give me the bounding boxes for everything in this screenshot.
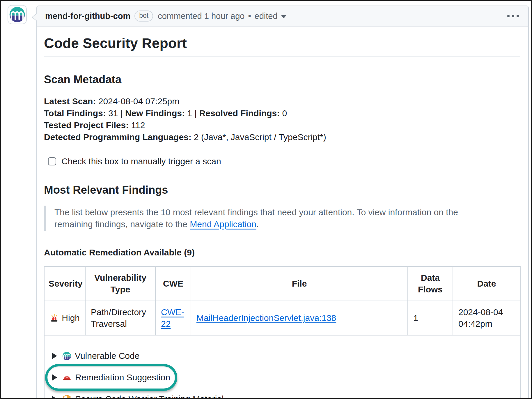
auto-remediation-heading: Automatic Remediation Available (9) — [44, 248, 520, 257]
languages-line: Detected Programming Languages: 2 (Java*… — [44, 131, 520, 143]
avatar[interactable] — [8, 5, 27, 24]
summary-label: Vulnerable Code — [75, 350, 139, 362]
cwe-link[interactable]: CWE-22 — [161, 307, 184, 329]
disclosure-triangle-icon — [52, 396, 57, 399]
caret-down-icon — [281, 15, 286, 18]
findings-note: The list below presents the 10 most rele… — [44, 206, 507, 231]
scan-metadata: Latest Scan: 2024-08-04 07:25pm Total Fi… — [44, 95, 520, 143]
mend-logo-icon — [9, 6, 25, 23]
rescue-helmet-icon — [62, 373, 72, 382]
col-vulnerability-type: Vulnerability Type — [85, 266, 155, 301]
manual-scan-checkbox[interactable] — [48, 157, 56, 165]
col-cwe: CWE — [155, 266, 191, 301]
bot-badge: bot — [134, 10, 153, 21]
summary-label: Remediation Suggestion — [75, 372, 170, 383]
comment-author[interactable]: mend-for-github-com — [45, 11, 130, 21]
data-flows-cell: 1 — [408, 301, 453, 335]
col-file: File — [191, 266, 408, 301]
vulnerable-code-summary[interactable]: Vulnerable Code — [50, 347, 139, 365]
scan-metadata-heading: Scan Metadata — [44, 73, 520, 86]
summary-label: Secure Code Warrior Training Material — [75, 393, 224, 399]
findings-counts-line: Total Findings: 31 | New Findings: 1 | R… — [44, 107, 520, 119]
manual-scan-label: Check this box to manually trigger a sca… — [61, 156, 221, 166]
severity-cell: High — [50, 312, 80, 324]
vulnerability-type-cell: Path/Directory Traversal — [85, 301, 155, 335]
date-cell: 2024-08-04 04:42pm — [453, 301, 520, 335]
col-date: Date — [453, 266, 520, 301]
mend-logo-icon — [62, 352, 71, 361]
kebab-menu-icon[interactable] — [507, 12, 519, 20]
mend-application-link[interactable]: Mend Application — [190, 219, 256, 229]
finding-row: High Path/Directory Traversal CWE-22 Mai… — [44, 301, 520, 335]
comment-timestamp[interactable]: commented 1 hour ago — [158, 11, 244, 21]
col-data-flows: Data Flows — [408, 266, 453, 301]
comment-card: mend-for-github-com bot commented 1 hour… — [36, 6, 529, 399]
tested-files-line: Tested Project Files: 112 — [44, 119, 520, 131]
shield-icon — [62, 394, 72, 399]
page-title: Code Security Report — [44, 35, 520, 57]
edited-dropdown[interactable]: edited — [255, 11, 286, 21]
siren-icon — [50, 313, 59, 323]
finding-details-row: Vulnerable Code Remediation Suggestion — [44, 335, 520, 399]
comment-body: Code Security Report Scan Metadata Lates… — [37, 35, 528, 399]
remediation-suggestion-summary[interactable]: Remediation Suggestion — [50, 369, 170, 386]
manual-scan-task: Check this box to manually trigger a sca… — [48, 156, 520, 166]
training-material-summary[interactable]: Secure Code Warrior Training Material — [50, 390, 224, 399]
disclosure-triangle-icon — [52, 374, 57, 381]
latest-scan-line: Latest Scan: 2024-08-04 07:25pm — [44, 95, 520, 107]
table-header-row: Severity Vulnerability Type CWE File Dat… — [44, 266, 520, 301]
findings-table: Severity Vulnerability Type CWE File Dat… — [44, 266, 521, 399]
screenshot-frame: mend-for-github-com bot commented 1 hour… — [0, 0, 532, 399]
edited-label: edited — [255, 11, 278, 21]
comment-header: mend-for-github-com bot commented 1 hour… — [37, 6, 528, 27]
disclosure-triangle-icon — [52, 353, 57, 359]
col-severity: Severity — [44, 266, 85, 301]
severity-value: High — [62, 312, 80, 324]
meta-separator: • — [248, 11, 251, 21]
file-link[interactable]: MailHeaderInjectionServlet.java:138 — [196, 313, 336, 323]
most-relevant-findings-heading: Most Relevant Findings — [44, 184, 520, 196]
speech-bubble-caret — [32, 13, 37, 21]
